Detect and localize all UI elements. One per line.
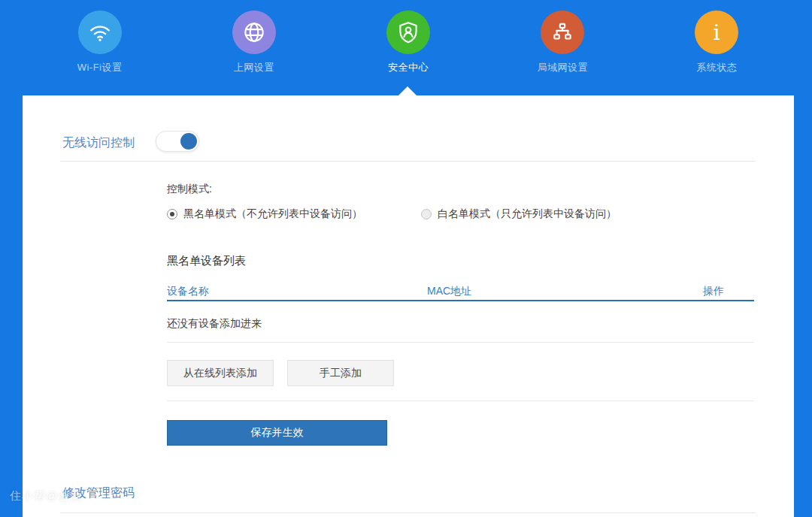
divider	[167, 342, 754, 343]
svg-text:i: i	[714, 20, 720, 45]
divider	[167, 401, 754, 401]
router-admin-page: Wi-Fi设置 上网设置 安全中心	[0, 0, 812, 517]
save-and-apply-button[interactable]: 保存并生效	[167, 420, 387, 446]
blacklist-title: 黑名单设备列表	[167, 254, 246, 268]
radio-whitelist-mode[interactable]: 白名单模式（只允许列表中设备访问）	[421, 207, 617, 221]
column-device-name: 设备名称	[167, 285, 209, 298]
add-manually-button[interactable]: 手工添加	[287, 360, 394, 386]
nav-label: 上网设置	[234, 61, 274, 74]
blacklist-table-header: 设备名称 MAC地址 操作	[167, 281, 754, 301]
wireless-access-control-title: 无线访问控制	[62, 135, 135, 151]
radio-label: 黑名单模式（不允许列表中设备访问）	[183, 207, 362, 221]
blacklist-empty-message: 还没有设备添加进来	[167, 317, 262, 331]
nav-item-lan-settings[interactable]: 局域网设置	[486, 0, 640, 95]
nav-label: 安全中心	[388, 61, 429, 74]
nav-item-security-center[interactable]: 安全中心	[331, 0, 485, 95]
nav-label: 局域网设置	[537, 61, 588, 74]
wireless-access-control-toggle[interactable]	[156, 131, 199, 152]
lan-icon	[541, 11, 584, 54]
shield-icon	[386, 11, 430, 54]
radio-label: 白名单模式（只允许列表中设备访问）	[438, 207, 617, 221]
column-operation: 操作	[703, 285, 724, 298]
change-admin-password-title: 修改管理密码	[62, 485, 135, 501]
radio-selected-icon[interactable]	[167, 209, 177, 219]
divider	[60, 512, 756, 513]
globe-icon	[232, 11, 276, 54]
info-icon: i	[695, 11, 738, 54]
nav-item-system-status[interactable]: i 系统状态	[640, 0, 794, 95]
nav-label: Wi-Fi设置	[77, 61, 123, 74]
divider	[60, 161, 756, 162]
toggle-knob	[180, 133, 197, 150]
add-from-online-list-button[interactable]: 从在线列表添加	[167, 360, 274, 386]
settings-card: 无线访问控制 控制模式: 黑名单模式（不允许列表中设备访问） 白名单模式（只允许…	[23, 95, 794, 517]
nav-item-wifi-settings[interactable]: Wi-Fi设置	[23, 0, 177, 95]
radio-blacklist-mode[interactable]: 黑名单模式（不允许列表中设备访问）	[167, 207, 362, 221]
top-navigation: Wi-Fi设置 上网设置 安全中心	[23, 0, 794, 95]
nav-label: 系统状态	[696, 61, 737, 74]
nav-item-internet-settings[interactable]: 上网设置	[177, 0, 331, 95]
control-mode-label: 控制模式:	[167, 183, 212, 196]
radio-unselected-icon[interactable]	[421, 209, 432, 219]
wifi-icon	[78, 11, 122, 54]
active-tab-pointer	[398, 86, 417, 95]
column-mac-address: MAC地址	[427, 285, 471, 298]
